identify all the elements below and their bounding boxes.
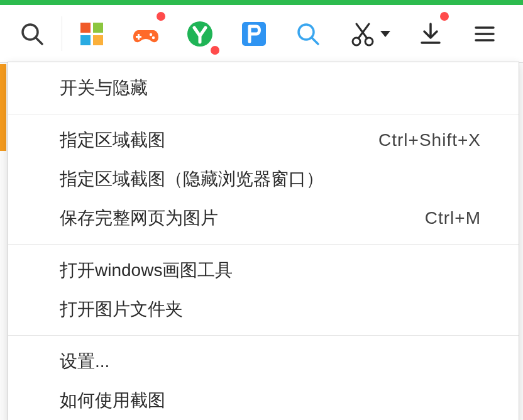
p-square-icon xyxy=(240,20,268,48)
download-icon xyxy=(417,20,444,48)
chevron-down-icon xyxy=(380,31,390,37)
menu-icon xyxy=(471,20,498,48)
menu-item-settings[interactable]: 设置... xyxy=(8,342,519,381)
y-circle-icon xyxy=(186,20,214,48)
svg-rect-5 xyxy=(93,35,103,45)
games-button[interactable] xyxy=(120,8,172,60)
menu-group-2: 指定区域截图 Ctrl+Shift+X 指定区域截图（隐藏浏览器窗口） 保存完整… xyxy=(8,114,519,245)
menu-group-4: 设置... 如何使用截图 xyxy=(8,336,519,420)
red-badge-icon xyxy=(157,12,165,21)
menu-item-label: 打开图片文件夹 xyxy=(60,297,183,321)
svg-line-1 xyxy=(36,38,42,44)
window-top-bar xyxy=(0,0,523,5)
screenshot-dropdown-menu: 开关与隐藏 指定区域截图 Ctrl+Shift+X 指定区域截图（隐藏浏览器窗口… xyxy=(8,62,519,420)
menu-item-capture-area[interactable]: 指定区域截图 Ctrl+Shift+X xyxy=(8,121,519,160)
apps-button[interactable] xyxy=(66,8,118,60)
svg-rect-7 xyxy=(136,36,141,38)
menu-item-save-full-page[interactable]: 保存完整网页为图片 Ctrl+M xyxy=(8,199,519,238)
menu-group-3: 打开windows画图工具 打开图片文件夹 xyxy=(8,245,519,336)
menu-item-toggle-hide[interactable]: 开关与隐藏 xyxy=(8,69,519,108)
menu-item-how-to[interactable]: 如何使用截图 xyxy=(8,381,519,420)
magnify-icon xyxy=(295,21,321,47)
svg-line-17 xyxy=(356,24,367,38)
menu-item-label: 设置... xyxy=(60,350,109,373)
orange-side-strip xyxy=(0,64,6,151)
menu-item-label: 指定区域截图（隐藏浏览器窗口） xyxy=(60,167,324,191)
y-app-button[interactable] xyxy=(174,8,226,60)
menu-shortcut: Ctrl+M xyxy=(425,208,481,228)
download-button[interactable] xyxy=(405,8,456,60)
scissors-icon xyxy=(349,20,377,48)
p-app-button[interactable] xyxy=(228,8,280,60)
svg-rect-4 xyxy=(80,35,91,45)
game-controller-icon xyxy=(132,20,160,48)
svg-line-16 xyxy=(358,24,369,38)
search-icon xyxy=(19,21,45,47)
apps-grid-icon xyxy=(78,20,106,48)
svg-point-9 xyxy=(152,36,155,38)
menu-button[interactable] xyxy=(459,8,510,60)
scissors-dropdown-button[interactable] xyxy=(336,8,402,60)
svg-line-13 xyxy=(312,38,318,44)
menu-group-1: 开关与隐藏 xyxy=(8,62,519,114)
toolbar-divider xyxy=(62,16,62,51)
menu-item-label: 打开windows画图工具 xyxy=(60,258,233,282)
menu-shortcut: Ctrl+Shift+X xyxy=(378,130,481,150)
search-button[interactable] xyxy=(6,8,58,60)
menu-item-label: 保存完整网页为图片 xyxy=(60,206,218,230)
magnify-button[interactable] xyxy=(282,8,334,60)
svg-point-8 xyxy=(150,33,152,35)
toolbar xyxy=(0,5,523,63)
menu-item-open-paint[interactable]: 打开windows画图工具 xyxy=(8,251,519,290)
red-badge-icon xyxy=(440,12,449,21)
red-badge-icon xyxy=(211,46,219,55)
menu-item-label: 指定区域截图 xyxy=(60,128,165,152)
menu-item-label: 如何使用截图 xyxy=(60,389,165,412)
menu-item-label: 开关与隐藏 xyxy=(60,76,148,100)
menu-item-open-folder[interactable]: 打开图片文件夹 xyxy=(8,290,519,329)
svg-rect-2 xyxy=(80,23,91,33)
menu-item-capture-area-hidden[interactable]: 指定区域截图（隐藏浏览器窗口） xyxy=(8,160,519,199)
svg-rect-3 xyxy=(93,23,103,33)
